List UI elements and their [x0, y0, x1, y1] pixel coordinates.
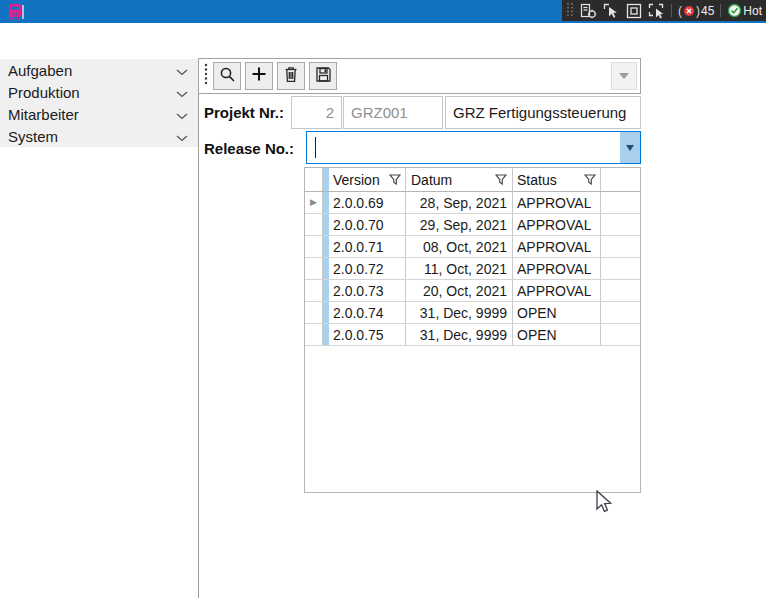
- selection-pointer-icon[interactable]: [648, 3, 665, 19]
- datum-cell[interactable]: 28, Sep, 2021: [406, 192, 513, 213]
- column-header-version[interactable]: Version: [329, 168, 406, 191]
- status-cell[interactable]: APPROVAL: [513, 236, 601, 257]
- datum-cell[interactable]: 31, Dec, 9999: [406, 302, 513, 323]
- grid-header-row: Version Datum Status: [305, 168, 640, 192]
- plus-icon: [251, 66, 267, 86]
- sidebar-item-label: System: [8, 128, 58, 145]
- version-cell[interactable]: 2.0.0.74: [329, 302, 406, 323]
- center-square-icon[interactable]: [626, 3, 642, 19]
- grid-row[interactable]: ▶ 2.0.0.70 29, Sep, 2021 APPROVAL: [305, 214, 640, 236]
- add-button[interactable]: [245, 62, 273, 90]
- datum-cell[interactable]: 11, Oct, 2021: [406, 258, 513, 279]
- extra-cell: [601, 192, 640, 213]
- status-cell[interactable]: APPROVAL: [513, 192, 601, 213]
- project-name-field[interactable]: GRZ Fertigungssteuerung: [445, 96, 641, 129]
- grid-row[interactable]: ▶ 2.0.0.72 11, Oct, 2021 APPROVAL: [305, 258, 640, 280]
- row-selector-cell[interactable]: ▶: [305, 324, 323, 345]
- version-cell[interactable]: 2.0.0.70: [329, 214, 406, 235]
- script-target-icon[interactable]: [580, 3, 597, 19]
- main-toolbar: [198, 58, 641, 94]
- floppy-disk-icon: [315, 66, 332, 87]
- release-number-label: Release No.:: [204, 140, 294, 157]
- sidebar-item-label: Aufgaben: [8, 62, 72, 79]
- tray-separator: [720, 4, 721, 17]
- filter-funnel-icon[interactable]: [584, 172, 596, 188]
- toolbar-overflow-button[interactable]: [611, 62, 637, 90]
- column-header-status[interactable]: Status: [513, 168, 601, 191]
- connection-badge-icon[interactable]: ( ) 45: [678, 4, 714, 18]
- column-header-datum[interactable]: Datum: [406, 168, 513, 191]
- pointer-frame-icon[interactable]: [603, 3, 620, 19]
- sidebar-menu-item[interactable]: Aufgaben: [0, 59, 198, 81]
- sidebar-item-label: Produktion: [8, 84, 80, 101]
- grid-row[interactable]: ▶ 2.0.0.74 31, Dec, 9999 OPEN: [305, 302, 640, 324]
- version-cell[interactable]: 2.0.0.73: [329, 280, 406, 301]
- version-cell[interactable]: 2.0.0.72: [329, 258, 406, 279]
- titlebar-caret: [22, 5, 24, 19]
- text-caret: [315, 137, 316, 158]
- version-cell[interactable]: 2.0.0.69: [329, 192, 406, 213]
- datum-cell[interactable]: 31, Dec, 9999: [406, 324, 513, 345]
- row-selector-cell[interactable]: ▶: [305, 214, 323, 235]
- datum-cell[interactable]: 29, Sep, 2021: [406, 214, 513, 235]
- sidebar-menu-item[interactable]: Produktion: [0, 81, 198, 103]
- sidebar-menu-item[interactable]: System: [0, 125, 198, 147]
- grid-extra-header: [601, 168, 640, 191]
- sidebar-divider: [198, 58, 199, 598]
- sidebar-menu: Aufgaben Produktion Mitarbeiter: [0, 59, 198, 147]
- status-cell[interactable]: APPROVAL: [513, 214, 601, 235]
- version-cell[interactable]: 2.0.0.75: [329, 324, 406, 345]
- release-dropdown-button[interactable]: [620, 132, 640, 163]
- chevron-down-icon: [176, 106, 188, 123]
- grid-selector-header[interactable]: [305, 168, 323, 191]
- project-number-label: Projekt Nr.:: [204, 104, 284, 121]
- datum-cell[interactable]: 08, Oct, 2021: [406, 236, 513, 257]
- search-icon: [219, 66, 236, 87]
- row-selector-cell[interactable]: ▶: [305, 192, 323, 213]
- extra-cell: [601, 214, 640, 235]
- status-check-icon[interactable]: Hot: [727, 3, 762, 18]
- sidebar-menu-item[interactable]: Mitarbeiter: [0, 103, 198, 125]
- save-button[interactable]: [309, 62, 337, 90]
- chevron-down-icon: [176, 62, 188, 79]
- row-selector-cell[interactable]: ▶: [305, 302, 323, 323]
- version-cell[interactable]: 2.0.0.71: [329, 236, 406, 257]
- grid-row[interactable]: ▶ 2.0.0.69 28, Sep, 2021 APPROVAL: [305, 192, 640, 214]
- search-button[interactable]: [213, 62, 241, 90]
- row-selector-cell[interactable]: ▶: [305, 258, 323, 279]
- extra-cell: [601, 258, 640, 279]
- project-number-field[interactable]: 2: [291, 96, 342, 129]
- status-cell[interactable]: OPEN: [513, 324, 601, 345]
- extra-cell: [601, 280, 640, 301]
- grid-row[interactable]: ▶ 2.0.0.75 31, Dec, 9999 OPEN: [305, 324, 640, 346]
- hot-label: Hot: [743, 4, 762, 18]
- current-row-arrow-icon: ▶: [310, 198, 317, 207]
- tray-grip-handle[interactable]: [566, 2, 574, 20]
- trash-icon: [283, 66, 299, 87]
- chevron-down-icon: [619, 73, 629, 79]
- row-selector-cell[interactable]: ▶: [305, 236, 323, 257]
- filter-funnel-icon[interactable]: [495, 172, 507, 188]
- extra-cell: [601, 302, 640, 323]
- datum-cell[interactable]: 20, Oct, 2021: [406, 280, 513, 301]
- release-grid: Version Datum Status: [304, 167, 641, 493]
- chevron-down-icon: [626, 145, 634, 151]
- connection-count: 45: [701, 4, 714, 18]
- chevron-down-icon: [176, 84, 188, 101]
- row-selector-cell[interactable]: ▶: [305, 280, 323, 301]
- status-cell[interactable]: APPROVAL: [513, 258, 601, 279]
- toolbar-grip-handle[interactable]: [204, 63, 208, 89]
- status-cell[interactable]: OPEN: [513, 302, 601, 323]
- status-cell[interactable]: APPROVAL: [513, 280, 601, 301]
- delete-button[interactable]: [277, 62, 305, 90]
- remote-tray-toolbar: ( ) 45 Hot: [562, 0, 766, 21]
- filter-funnel-icon[interactable]: [389, 172, 401, 188]
- grid-row[interactable]: ▶ 2.0.0.71 08, Oct, 2021 APPROVAL: [305, 236, 640, 258]
- project-code-field[interactable]: GRZ001: [343, 96, 443, 129]
- extra-cell: [601, 236, 640, 257]
- tray-separator: [671, 4, 672, 17]
- grid-row[interactable]: ▶ 2.0.0.73 20, Oct, 2021 APPROVAL: [305, 280, 640, 302]
- sidebar-item-label: Mitarbeiter: [8, 106, 79, 123]
- grid-body: ▶ 2.0.0.69 28, Sep, 2021 APPROVAL ▶: [305, 192, 640, 346]
- release-combobox[interactable]: [306, 131, 641, 164]
